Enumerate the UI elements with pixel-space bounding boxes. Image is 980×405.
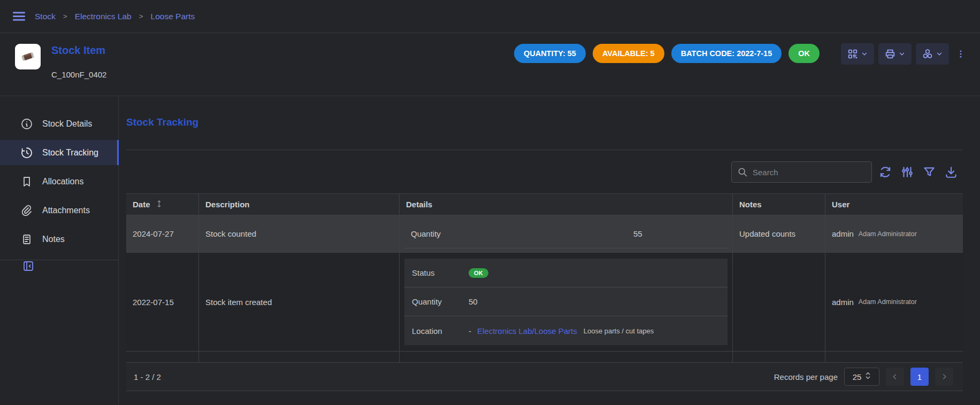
location-link[interactable]: Electronics Lab/Loose Parts (477, 326, 577, 336)
breadcrumb-link-electronics-lab[interactable]: Electronics Lab (75, 12, 132, 21)
available-badge: AVAILABLE: 5 (593, 44, 664, 63)
search-icon (737, 167, 748, 177)
sidebar-item-label: Notes (42, 235, 65, 244)
status-ok-badge: OK (788, 44, 820, 63)
location-prefix: - (469, 326, 471, 336)
stock-item-name: C_100nF_0402 (51, 70, 106, 79)
detail-label: Status (404, 268, 469, 277)
column-label: Details (406, 200, 432, 209)
column-header-details[interactable]: Details (399, 194, 732, 215)
paperclip-icon (20, 204, 33, 217)
quantity-badge: QUANTITY: 55 (514, 44, 586, 63)
column-header-notes[interactable]: Notes (732, 194, 825, 215)
page-1-button[interactable]: 1 (910, 368, 929, 386)
previous-page-button[interactable] (886, 368, 904, 386)
printer-icon (884, 48, 896, 60)
notes-cell: Updated counts (732, 215, 825, 252)
search-input[interactable] (753, 168, 866, 177)
status-ok-badge: OK (469, 268, 488, 278)
overflow-menu-icon[interactable] (955, 43, 966, 65)
menu-icon[interactable] (12, 9, 26, 24)
username: admin (832, 229, 854, 238)
sidebar-item-allocations[interactable]: Allocations (0, 169, 119, 194)
page-title: Stock Item (51, 44, 105, 57)
packages-icon (922, 48, 933, 60)
detail-table: Status OK Quantity 50 Location - Electro… (404, 259, 728, 345)
stock-tracking-table: Date Description Details Notes User 2024… (126, 193, 963, 391)
info-icon (20, 118, 33, 130)
column-label: Description (205, 200, 250, 209)
bookmark-icon (20, 175, 33, 188)
column-header-user[interactable]: User (825, 194, 963, 215)
filter-icon[interactable] (922, 165, 936, 179)
sidebar-item-attachments[interactable]: Attachments (0, 198, 119, 223)
sidebar-item-notes[interactable]: Notes (0, 227, 119, 252)
sidebar-item-label: Allocations (42, 177, 83, 186)
detail-label: Quantity (404, 297, 469, 306)
column-header-description[interactable]: Description (198, 194, 399, 215)
next-page-button[interactable] (935, 368, 953, 386)
date-cell: 2024-07-27 (126, 215, 198, 252)
pagination-controls: Records per page 25 1 (774, 368, 953, 386)
column-label: User (832, 200, 849, 209)
table-body-spacer (126, 352, 963, 362)
sort-icon[interactable] (156, 200, 163, 209)
table-search (731, 161, 872, 183)
detail-row-location: Location - Electronics Lab/Loose Parts L… (404, 316, 728, 345)
stock-item-page: Stock > Electronics Lab > Loose Parts St… (0, 0, 980, 405)
detail-value: 50 (469, 297, 478, 306)
spacer-cell (732, 352, 825, 362)
heading-divider (126, 150, 963, 150)
breadcrumb-link-loose-parts[interactable]: Loose Parts (151, 12, 195, 21)
header-actions (841, 43, 966, 65)
description-cell: Stock item created (198, 253, 399, 351)
download-icon[interactable] (944, 165, 958, 179)
records-per-page-label: Records per page (774, 372, 838, 381)
barcode-actions-button[interactable] (841, 43, 874, 65)
sidebar-nav: Stock Details Stock Tracking Allocations (0, 111, 119, 260)
page-size-value: 25 (853, 372, 862, 381)
detail-row-quantity: Quantity 55 (404, 220, 728, 248)
spinner-icon (865, 371, 871, 382)
page-header: Stock Item C_100nF_0402 QUANTITY: 55 AVA… (0, 34, 980, 96)
panel-heading: Stock Tracking (126, 116, 198, 128)
chevron-down-icon (898, 50, 906, 58)
details-cell: Status OK Quantity 50 Location - Electro… (399, 253, 732, 351)
breadcrumb-link-stock[interactable]: Stock (35, 12, 56, 21)
user-fullname: Adam Administrator (859, 298, 917, 306)
location-description: Loose parts / cut tapes (584, 327, 654, 335)
detail-label: Location (404, 326, 469, 336)
details-cell: Quantity 55 (399, 215, 732, 252)
user-fullname: Adam Administrator (859, 230, 917, 238)
batch-code-badge: BATCH CODE: 2022-7-15 (671, 44, 782, 63)
capacitor-image (18, 47, 37, 66)
table-row[interactable]: 2024-07-27 Stock counted Quantity 55 Upd… (126, 215, 963, 253)
spacer-cell (198, 352, 399, 362)
column-header-date[interactable]: Date (126, 194, 198, 215)
adjustments-icon[interactable] (900, 165, 914, 179)
column-label: Date (133, 200, 150, 209)
refresh-icon[interactable] (878, 165, 892, 179)
breadcrumb-bar: Stock > Electronics Lab > Loose Parts (0, 0, 980, 33)
detail-value: 55 (633, 229, 642, 238)
sidebar-item-stock-tracking[interactable]: Stock Tracking (0, 140, 119, 165)
detail-label: Quantity (404, 229, 441, 238)
user-cell: admin Adam Administrator (825, 215, 963, 252)
sidebar-collapse-icon[interactable] (22, 260, 35, 272)
spacer-cell (825, 352, 963, 362)
part-thumbnail[interactable] (15, 44, 41, 69)
sidebar-item-label: Stock Tracking (42, 148, 98, 158)
sidebar-item-stock-details[interactable]: Stock Details (0, 111, 119, 136)
stock-operations-button[interactable] (916, 43, 949, 65)
description-cell: Stock counted (198, 215, 399, 252)
username: admin (832, 298, 854, 307)
record-range: 1 - 2 / 2 (134, 372, 161, 381)
date-cell: 2022-07-15 (126, 253, 198, 351)
spacer-cell (126, 352, 198, 362)
print-actions-button[interactable] (878, 43, 912, 65)
table-row[interactable]: 2022-07-15 Stock item created Status OK … (126, 253, 963, 352)
table-toolbar (878, 165, 958, 179)
sidebar-divider (0, 260, 119, 260)
spacer-cell (399, 352, 732, 362)
page-size-select[interactable]: 25 (844, 368, 879, 386)
